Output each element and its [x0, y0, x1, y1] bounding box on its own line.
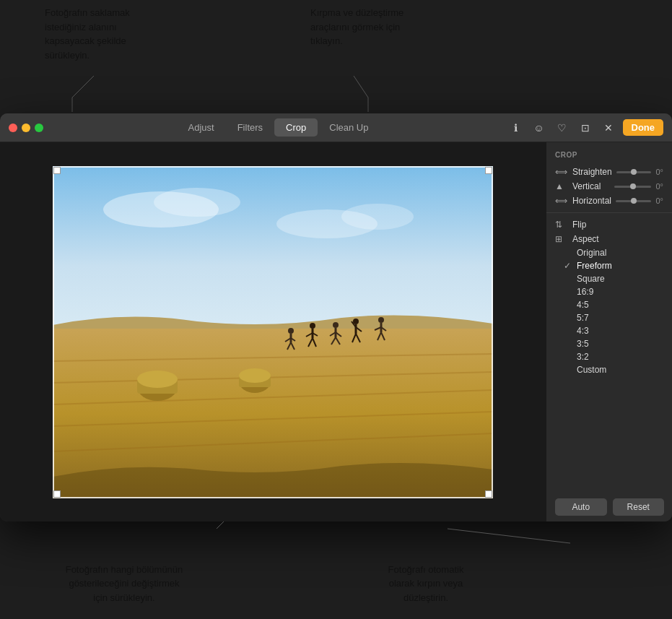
toolbar-right: ℹ ☺ ♡ ⊡ ✕ Done — [507, 119, 664, 137]
svg-line-3 — [354, 76, 368, 98]
aspect-5-7-label: 5:7 — [577, 313, 589, 323]
aspect-16-9[interactable]: 16:9 — [546, 285, 672, 298]
horizontal-label: Horizontal — [572, 196, 611, 206]
svg-point-8 — [341, 204, 414, 230]
aspect-original[interactable]: Original — [546, 246, 672, 259]
vertical-slider[interactable] — [614, 186, 652, 188]
crop-icon[interactable]: ⊡ — [577, 119, 594, 137]
horizontal-icon: ⟺ — [555, 196, 568, 206]
svg-point-6 — [154, 188, 240, 217]
auto-button[interactable]: Auto — [555, 498, 607, 516]
annotation-lines-top — [0, 0, 672, 113]
annotation-bottom-left: Fotoğrafın hangi bölümününgösterileceğin… — [45, 563, 204, 605]
vertical-value: 0° — [655, 182, 663, 191]
vertical-label: Vertical — [572, 181, 610, 191]
crop-section-title: CROP — [546, 151, 672, 165]
horizontal-control[interactable]: ⟺ Horizontal 0° — [546, 194, 672, 208]
share-icon[interactable]: ☺ — [531, 119, 548, 137]
tab-crop[interactable]: Crop — [274, 118, 318, 137]
sidebar-bottom-buttons: Auto Reset — [546, 493, 672, 521]
titlebar: Adjust Filters Crop Clean Up ℹ ☺ ♡ ⊡ ✕ D… — [0, 113, 672, 142]
aspect-4-3[interactable]: 4:3 — [546, 324, 672, 337]
flip-label: Flip — [572, 220, 663, 230]
horizontal-value: 0° — [655, 196, 663, 205]
straighten-value: 0° — [655, 168, 663, 176]
svg-point-17 — [137, 371, 178, 388]
close-button[interactable] — [9, 124, 17, 132]
aspect-3-2[interactable]: 3:2 — [546, 350, 672, 363]
fullscreen-button[interactable] — [35, 124, 43, 132]
aspect-3-5[interactable]: 3:5 — [546, 337, 672, 350]
aspect-control[interactable]: ⊞ Aspect — [546, 232, 672, 246]
divider-1 — [546, 212, 672, 213]
aspect-freeform[interactable]: ✓ Freeform — [546, 259, 672, 272]
aspect-icon: ⊞ — [555, 234, 568, 244]
svg-line-51 — [217, 521, 224, 529]
nav-tabs: Adjust Filters Crop Clean Up — [177, 118, 380, 137]
photo-image — [53, 166, 493, 498]
svg-point-27 — [310, 323, 315, 329]
photo-canvas — [53, 166, 493, 498]
tab-cleanup[interactable]: Clean Up — [318, 118, 380, 137]
svg-point-45 — [378, 317, 384, 323]
straighten-icon: ⟺ — [555, 167, 568, 177]
photo-area[interactable] — [0, 142, 546, 521]
traffic-lights — [9, 124, 43, 132]
flip-control[interactable]: ⇅ Flip — [546, 217, 672, 232]
aspect-4-5-label: 4:5 — [577, 300, 589, 310]
favorite-icon[interactable]: ♡ — [554, 119, 571, 137]
annotation-area-top: Fotoğrafın saklamakistediğiniz alanınıka… — [0, 0, 672, 113]
tab-filters[interactable]: Filters — [226, 118, 274, 137]
svg-line-1 — [72, 76, 94, 98]
main-window: Adjust Filters Crop Clean Up ℹ ☺ ♡ ⊡ ✕ D… — [0, 113, 672, 521]
aspect-square[interactable]: Square — [546, 272, 672, 285]
info-icon[interactable]: ℹ — [507, 119, 525, 137]
check-freeform: ✓ — [564, 261, 574, 271]
annotation-top-right: Kırpma ve düzleştirmearaçlarını görmek i… — [310, 6, 455, 48]
done-button[interactable]: Done — [623, 119, 664, 136]
aspect-custom-label: Custom — [577, 365, 606, 375]
aspect-5-7[interactable]: 5:7 — [546, 311, 672, 324]
reset-button[interactable]: Reset — [613, 498, 665, 516]
annotation-lines-bottom — [0, 521, 672, 619]
svg-point-33 — [333, 322, 339, 328]
more-icon[interactable]: ✕ — [600, 119, 617, 137]
aspect-4-3-label: 4:3 — [577, 326, 589, 336]
aspect-freeform-label: Freeform — [577, 261, 612, 271]
straighten-label: Straighten — [572, 167, 612, 177]
annotation-area-bottom: Fotoğrafın hangi bölümününgösterileceğin… — [0, 521, 672, 619]
aspect-3-5-label: 3:5 — [577, 339, 589, 349]
aspect-label: Aspect — [572, 234, 663, 244]
tab-adjust[interactable]: Adjust — [177, 118, 226, 137]
annotation-bottom-right: Fotoğrafı otomatikolarak kırpın veyadüzl… — [346, 563, 505, 605]
crop-sidebar: CROP ⟺ Straighten 0° ▲ Vertical 0° ⟺ Hor… — [546, 142, 672, 521]
svg-point-20 — [239, 368, 271, 383]
vertical-control[interactable]: ▲ Vertical 0° — [546, 179, 672, 194]
vertical-icon: ▲ — [555, 181, 568, 191]
aspect-3-2-label: 3:2 — [577, 352, 589, 362]
aspect-custom[interactable]: Custom — [546, 363, 672, 376]
content-area: CROP ⟺ Straighten 0° ▲ Vertical 0° ⟺ Hor… — [0, 142, 672, 521]
flip-icon: ⇅ — [555, 220, 568, 230]
straighten-control[interactable]: ⟺ Straighten 0° — [546, 165, 672, 179]
aspect-16-9-label: 16:9 — [577, 287, 593, 297]
annotation-top-left: Fotoğrafın saklamakistediğiniz alanınıka… — [45, 6, 182, 62]
minimize-button[interactable] — [22, 124, 30, 132]
aspect-square-label: Square — [577, 274, 605, 284]
svg-line-52 — [448, 529, 570, 543]
aspect-original-label: Original — [577, 248, 606, 258]
svg-point-21 — [288, 328, 294, 334]
field-photo — [53, 166, 493, 498]
aspect-4-5[interactable]: 4:5 — [546, 298, 672, 311]
svg-rect-4 — [53, 166, 493, 332]
straighten-slider[interactable] — [616, 171, 652, 173]
horizontal-slider[interactable] — [616, 200, 651, 202]
